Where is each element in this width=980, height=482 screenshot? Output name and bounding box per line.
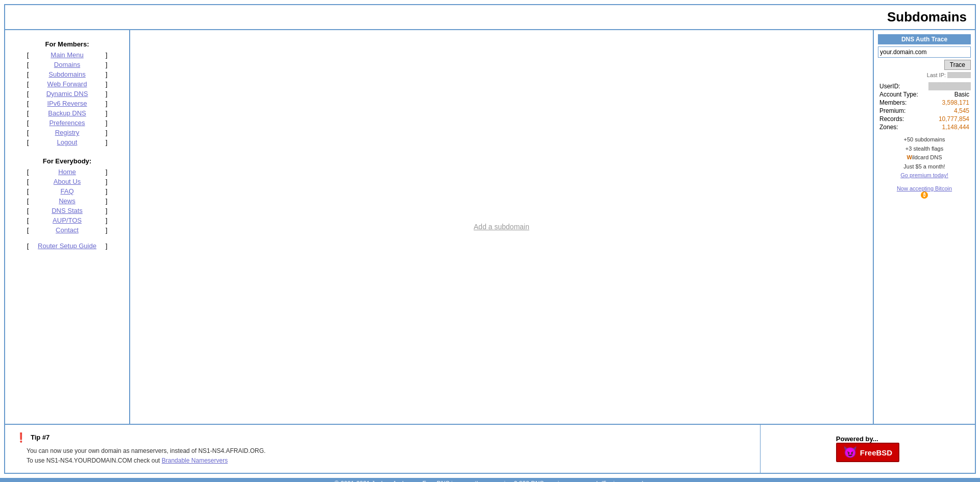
trace-button[interactable]: Trace <box>944 60 971 70</box>
tip-line2-before: To use NS1-NS4.YOURDOMAIN.COM check out <box>27 457 162 464</box>
sidebar-link[interactable]: Web Forward <box>32 80 103 88</box>
outer-border: Subdomains For Members: [ Main Menu ][ D… <box>4 4 976 474</box>
main-area: For Members: [ Main Menu ][ Domains ][ S… <box>5 30 975 424</box>
add-subdomain-link[interactable]: Add a subdomain <box>474 223 529 231</box>
sidebar-link[interactable]: Contact <box>32 226 103 234</box>
bracket-open: [ <box>24 129 32 136</box>
sidebar-item: [ About Us ] <box>5 177 129 186</box>
promo-link-row: Go premium today! <box>878 171 971 180</box>
brandable-nameservers-link[interactable]: Brandable Nameservers <box>162 457 228 464</box>
account-type-row: Account Type: Basic <box>878 90 971 99</box>
bottom-bar: © 2001-2021 Joshua Anderson, Free DNS is… <box>0 478 980 482</box>
sidebar-link[interactable]: AUP/TOS <box>32 216 103 224</box>
bracket-open: [ <box>24 207 32 214</box>
powered-by-text: Powered by... 😈 FreeBSD <box>836 435 899 462</box>
dns-trace-input[interactable] <box>878 46 971 58</box>
freebsd-label: FreeBSD <box>860 448 892 457</box>
records-value: 10,777,854 <box>928 115 971 123</box>
sidebar-link[interactable]: Registry <box>32 129 103 136</box>
devil-icon: 😈 <box>843 446 857 459</box>
bracket-close: ] <box>103 119 110 127</box>
bracket-close: ] <box>103 178 110 185</box>
bracket-close: ] <box>103 242 110 250</box>
bracket-close: ] <box>103 100 110 107</box>
bitcoin-icon: ₿ <box>921 191 928 199</box>
sidebar-link[interactable]: Logout <box>32 138 103 146</box>
premium-label: Premium: <box>878 107 928 115</box>
bracket-open: [ <box>24 197 32 205</box>
last-ip-label: Last IP: <box>927 72 946 78</box>
sidebar-item: [ Home ] <box>5 167 129 177</box>
bracket-open: [ <box>24 80 32 88</box>
last-ip: Last IP: 127.0.0.1 <box>878 72 971 78</box>
account-type-value: Basic <box>928 90 971 99</box>
bracket-close: ] <box>103 80 110 88</box>
bitcoin-link[interactable]: Now accepting Bitcoin <box>897 185 952 191</box>
tip-text: You can now use your own domain as names… <box>27 446 750 466</box>
members-row: Members: 3,598,171 <box>878 99 971 107</box>
sidebar-item: [ News ] <box>5 196 129 206</box>
sidebar-link[interactable]: About Us <box>32 178 103 185</box>
processing-text: is currently processing 2,898 DNS querie… <box>450 480 646 482</box>
sidebar-link[interactable]: Dynamic DNS <box>32 90 103 98</box>
bracket-close: ] <box>103 197 110 205</box>
sidebar-item: [ AUP/TOS ] <box>5 215 129 225</box>
bracket-open: [ <box>24 178 32 185</box>
members-value: 3,598,171 <box>928 99 971 107</box>
zones-label: Zones: <box>878 123 928 131</box>
sidebar-link[interactable]: Domains <box>32 61 103 68</box>
bracket-open: [ <box>24 216 32 224</box>
sidebar-link[interactable]: Subdomains <box>32 70 103 78</box>
bracket-close: ] <box>103 90 110 98</box>
bracket-open: [ <box>24 109 32 117</box>
sidebar-link[interactable]: Home <box>32 168 103 176</box>
info-table: UserID: ████████ Account Type: Basic Mem… <box>878 82 971 131</box>
footer-area: ❗ Tip #7 You can now use your own domain… <box>5 424 975 473</box>
sidebar-item: [ FAQ ] <box>5 186 129 196</box>
promo-line-2: +3 stealth flags <box>878 144 971 154</box>
powered-box: Powered by... 😈 FreeBSD <box>761 425 975 473</box>
promo-line-4: Just $5 a month! <box>878 162 971 172</box>
sidebar-item: [ Router Setup Guide ] <box>5 241 129 251</box>
members-nav: [ Main Menu ][ Domains ][ Subdomains ][ … <box>5 50 129 147</box>
bracket-open: [ <box>24 187 32 195</box>
go-premium-link[interactable]: Go premium today! <box>900 172 948 178</box>
promo-line-3: Wildcard DNS <box>878 153 971 162</box>
userid-value: ████████ <box>928 82 971 90</box>
sidebar-item: [ Main Menu ] <box>5 50 129 60</box>
sidebar-link[interactable]: Main Menu <box>32 51 103 59</box>
freebsd-badge: 😈 FreeBSD <box>836 443 899 462</box>
bitcoin-section: Now accepting Bitcoin ₿ <box>878 185 971 199</box>
sidebar: For Members: [ Main Menu ][ Domains ][ S… <box>5 30 130 424</box>
bracket-close: ] <box>103 168 110 176</box>
sidebar-item: [ Dynamic DNS ] <box>5 89 129 99</box>
free-dns-link[interactable]: Free DNS <box>422 480 449 482</box>
bracket-close: ] <box>103 109 110 117</box>
promo-line-1: +50 subdomains <box>878 135 971 144</box>
tip-title: ❗ Tip #7 <box>15 432 750 443</box>
center-content: Add a subdomain <box>130 30 873 424</box>
sidebar-item: [ Logout ] <box>5 137 129 147</box>
sidebar-link[interactable]: Router Setup Guide <box>32 242 103 250</box>
sidebar-link[interactable]: DNS Stats <box>32 207 103 214</box>
zones-value: 1,148,444 <box>928 123 971 131</box>
sidebar-item: [ Contact ] <box>5 225 129 235</box>
sidebar-link[interactable]: IPv6 Reverse <box>32 100 103 107</box>
sidebar-link[interactable]: Preferences <box>32 119 103 127</box>
sidebar-item: [ DNS Stats ] <box>5 206 129 215</box>
sidebar-link[interactable]: Backup DNS <box>32 109 103 117</box>
bracket-open: [ <box>24 226 32 234</box>
tip-icon: ❗ <box>15 432 27 443</box>
dns-trace-header: DNS Auth Trace <box>878 34 971 44</box>
premium-row: Premium: 4,545 <box>878 107 971 115</box>
bracket-close: ] <box>103 61 110 68</box>
sidebar-link[interactable]: FAQ <box>32 187 103 195</box>
trace-btn-row: Trace <box>878 60 971 70</box>
members-label: Members: <box>878 99 928 107</box>
for-everybody-title: For Everybody: <box>5 157 129 165</box>
bracket-open: [ <box>24 119 32 127</box>
bracket-close: ] <box>103 187 110 195</box>
sidebar-link[interactable]: News <box>32 197 103 205</box>
userid-label: UserID: <box>878 82 928 90</box>
sidebar-item: [ Web Forward ] <box>5 79 129 89</box>
